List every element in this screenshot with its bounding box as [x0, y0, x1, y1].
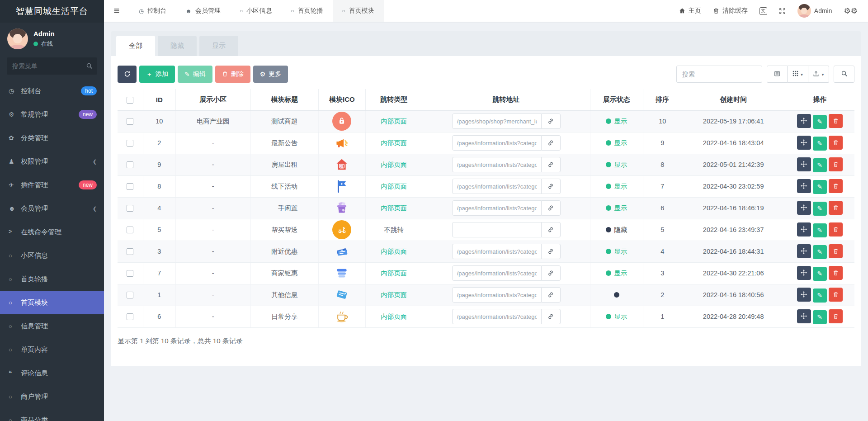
home-link[interactable]: 主页 — [673, 0, 707, 22]
delete-row-button[interactable] — [829, 179, 843, 193]
edit-row-button[interactable]: ✎ — [813, 137, 827, 151]
jump-url-input[interactable] — [452, 135, 542, 151]
columns-button[interactable]: ▾ — [788, 66, 808, 83]
move-button[interactable] — [797, 266, 811, 280]
jump-url-input[interactable] — [452, 114, 542, 129]
sidebar-item[interactable]: ○信息管理 — [0, 314, 104, 338]
move-button[interactable] — [797, 244, 811, 258]
move-button[interactable] — [797, 179, 811, 193]
delete-row-button[interactable] — [829, 222, 843, 237]
edit-row-button[interactable]: ✎ — [813, 180, 827, 194]
row-checkbox[interactable] — [127, 140, 133, 147]
navbar-tab[interactable]: ○小区信息 — [230, 0, 281, 22]
detail-view-button[interactable] — [767, 66, 788, 83]
jump-url-input[interactable] — [452, 287, 542, 303]
sidebar-item[interactable]: ⚙常规管理new — [0, 103, 104, 126]
link-button[interactable] — [542, 157, 561, 172]
move-button[interactable] — [797, 222, 811, 237]
sidebar-item[interactable]: ○首页轮播 — [0, 267, 104, 291]
sidebar-item[interactable]: ✿分类管理 — [0, 126, 104, 150]
jump-url-input[interactable] — [452, 179, 542, 194]
row-checkbox[interactable] — [127, 270, 133, 277]
edit-row-button[interactable]: ✎ — [813, 245, 827, 259]
row-checkbox[interactable] — [127, 292, 133, 298]
move-button[interactable] — [797, 157, 811, 171]
jump-url-input[interactable] — [452, 157, 542, 172]
row-checkbox[interactable] — [127, 313, 133, 320]
user-menu[interactable]: Admin — [792, 0, 838, 22]
link-button[interactable] — [542, 135, 561, 151]
row-checkbox[interactable] — [127, 161, 133, 168]
jump-url-input[interactable] — [452, 244, 542, 259]
edit-row-button[interactable]: ✎ — [813, 289, 827, 303]
delete-row-button[interactable] — [829, 244, 843, 258]
refresh-button[interactable] — [118, 66, 137, 83]
delete-row-button[interactable] — [829, 136, 843, 150]
sidebar-item[interactable]: ♟权限管理❮ — [0, 150, 104, 173]
row-checkbox[interactable] — [127, 227, 133, 233]
delete-row-button[interactable] — [829, 288, 843, 302]
jump-url-input[interactable] — [452, 309, 542, 324]
select-all-checkbox[interactable] — [127, 97, 133, 104]
edit-row-button[interactable]: ✎ — [813, 310, 827, 324]
move-button[interactable] — [797, 288, 811, 302]
link-button[interactable] — [542, 222, 561, 237]
jump-url-input[interactable] — [452, 200, 542, 216]
link-button[interactable] — [542, 287, 561, 303]
move-button[interactable] — [797, 201, 811, 215]
navbar-tab[interactable]: ◷控制台 — [129, 0, 176, 22]
link-button[interactable] — [542, 179, 561, 194]
delete-row-button[interactable] — [829, 266, 843, 280]
edit-row-button[interactable]: ✎ — [813, 267, 827, 281]
delete-row-button[interactable] — [829, 201, 843, 215]
add-button[interactable]: ＋添加 — [139, 66, 175, 83]
sidebar-item[interactable]: ○首页模块 — [0, 291, 104, 314]
table-search-input[interactable] — [676, 66, 762, 83]
move-button[interactable] — [797, 114, 811, 128]
filter-tab[interactable]: 全部 — [116, 36, 155, 56]
language-button[interactable]: 文 — [754, 0, 773, 22]
delete-row-button[interactable] — [829, 157, 843, 171]
navbar-tab[interactable]: ○首页轮播 — [281, 0, 332, 22]
move-button[interactable] — [797, 136, 811, 150]
sidebar-item[interactable]: ☻会员管理❮ — [0, 197, 104, 220]
edit-row-button[interactable]: ✎ — [813, 158, 827, 172]
row-checkbox[interactable] — [127, 183, 133, 190]
navbar-tab[interactable]: ☻会员管理 — [176, 0, 230, 22]
link-button[interactable] — [542, 114, 561, 129]
jump-url-input[interactable] — [452, 265, 542, 281]
move-button[interactable] — [797, 309, 811, 323]
edit-row-button[interactable]: ✎ — [813, 115, 827, 129]
delete-row-button[interactable] — [829, 114, 843, 128]
sidebar-item[interactable]: ✈插件管理new — [0, 173, 104, 197]
edit-button[interactable]: ✎编辑 — [178, 66, 212, 83]
delete-button[interactable]: 删除 — [215, 66, 250, 83]
row-checkbox[interactable] — [127, 205, 133, 212]
row-checkbox[interactable] — [127, 118, 133, 125]
link-button[interactable] — [542, 244, 561, 259]
link-button[interactable] — [542, 309, 561, 324]
filter-tab[interactable]: 显示 — [199, 36, 238, 56]
sidebar-item[interactable]: ○商户管理 — [0, 385, 104, 408]
sidebar-item[interactable]: ○商品分类 — [0, 408, 104, 421]
link-button[interactable] — [542, 200, 561, 216]
delete-row-button[interactable] — [829, 309, 843, 323]
menu-toggle-icon[interactable]: ≡ — [104, 0, 129, 22]
search-button[interactable] — [834, 66, 854, 83]
sidebar-item[interactable]: ○单页内容 — [0, 338, 104, 361]
row-checkbox[interactable] — [127, 248, 133, 255]
clear-cache-link[interactable]: 清除缓存 — [707, 0, 754, 22]
settings-button[interactable]: ⚙⚙ — [838, 0, 863, 22]
more-button[interactable]: ⚙更多 — [253, 66, 288, 83]
link-button[interactable] — [542, 265, 561, 281]
jump-url-input[interactable] — [452, 222, 542, 237]
filter-tab[interactable]: 隐藏 — [158, 36, 197, 56]
export-button[interactable]: ▾ — [808, 66, 829, 83]
sidebar-item[interactable]: ❝评论信息 — [0, 361, 104, 385]
sidebar-item[interactable]: >_在线命令管理 — [0, 220, 104, 244]
sidebar-item[interactable]: ○小区信息 — [0, 244, 104, 267]
fullscreen-button[interactable] — [773, 0, 792, 22]
edit-row-button[interactable]: ✎ — [813, 223, 827, 237]
sidebar-search-input[interactable] — [7, 57, 97, 75]
sidebar-item[interactable]: ◷控制台hot — [0, 79, 104, 103]
